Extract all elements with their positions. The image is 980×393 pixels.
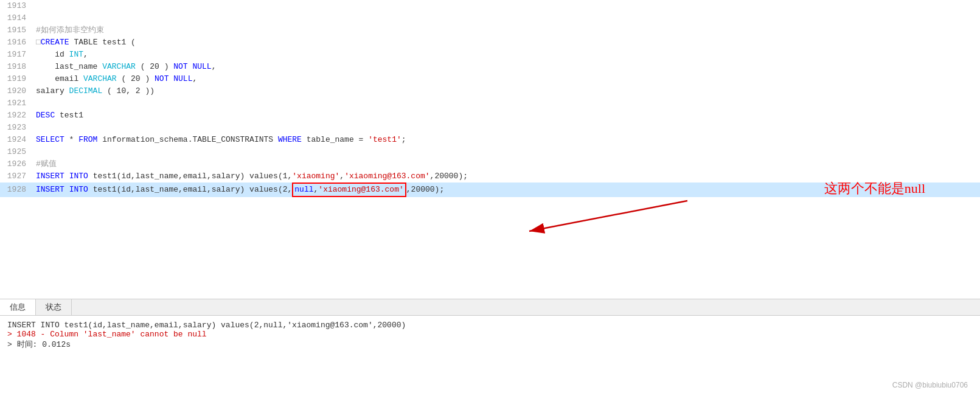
code-line-1926: 1926 #赋值 bbox=[0, 158, 980, 170]
line-num-1924: 1924 bbox=[0, 134, 33, 146]
line-num-1914: 1914 bbox=[0, 12, 33, 24]
line-num-1926: 1926 bbox=[0, 158, 33, 170]
code-line-1916: 1916 □CREATE TABLE test1 ( bbox=[0, 37, 980, 49]
code-line-1913: 1913 bbox=[0, 0, 980, 12]
line-content-1926: #赋值 bbox=[33, 158, 980, 170]
code-line-1919: 1919 email VARCHAR ( 20 ) NOT NULL, bbox=[0, 73, 980, 85]
code-line-1920: 1920 salary DECIMAL ( 10, 2 )) bbox=[0, 85, 980, 97]
line-num-1925: 1925 bbox=[0, 146, 33, 158]
line-num-1913: 1913 bbox=[0, 0, 33, 12]
kw-create: CREATE bbox=[41, 38, 69, 47]
tab-info[interactable]: 信息 bbox=[0, 299, 36, 315]
text-table: TABLE test1 ( bbox=[69, 38, 136, 47]
collapse-icon: □ bbox=[36, 38, 41, 47]
output-line-3: > 时间: 0.012s bbox=[7, 339, 973, 350]
line-content-1916: □CREATE TABLE test1 ( bbox=[33, 37, 980, 49]
code-line-1925: 1925 bbox=[0, 146, 980, 158]
code-line-1924: 1924 SELECT * FROM information_schema.TA… bbox=[0, 134, 980, 146]
watermark: CSDN @biubiubiu0706 bbox=[892, 381, 968, 389]
code-line-1914: 1914 bbox=[0, 12, 980, 24]
line-num-1918: 1918 bbox=[0, 61, 33, 73]
line-num-1922: 1922 bbox=[0, 110, 33, 122]
line-content-1917: id INT, bbox=[33, 49, 980, 61]
code-line-1921: 1921 bbox=[0, 97, 980, 110]
line-num-1915: 1915 bbox=[0, 24, 33, 37]
main-container: 1913 1914 1915 #如何添加非空约束 1916 □CREATE TA… bbox=[0, 0, 980, 393]
red-box-annotation: null,'xiaoming@163.com' bbox=[292, 183, 406, 197]
line-num-1928: 1928 bbox=[0, 184, 33, 196]
line-content-1924: SELECT * FROM information_schema.TABLE_C… bbox=[33, 134, 980, 146]
panel-output: INSERT INTO test1(id,last_name,email,sal… bbox=[0, 316, 980, 393]
code-line-1928: 1928 INSERT INTO test1(id,last_name,emai… bbox=[0, 183, 980, 197]
line-num-1917: 1917 bbox=[0, 49, 33, 61]
line-num-1916: 1916 bbox=[0, 37, 33, 49]
bottom-panel: 信息 状态 INSERT INTO test1(id,last_name,ema… bbox=[0, 299, 980, 393]
line-num-1921: 1921 bbox=[0, 97, 33, 110]
line-content-1919: email VARCHAR ( 20 ) NOT NULL, bbox=[33, 73, 980, 85]
line-content-1922: DESC test1 bbox=[33, 110, 980, 122]
output-line-2: > 1048 - Column 'last_name' cannot be nu… bbox=[7, 330, 973, 339]
code-line-1915: 1915 #如何添加非空约束 bbox=[0, 24, 980, 37]
line-num-1927: 1927 bbox=[0, 170, 33, 183]
tab-status[interactable]: 状态 bbox=[36, 299, 72, 315]
code-lines: 1913 1914 1915 #如何添加非空约束 1916 □CREATE TA… bbox=[0, 0, 980, 299]
code-line-1922: 1922 DESC test1 bbox=[0, 110, 980, 122]
line-num-1920: 1920 bbox=[0, 85, 33, 97]
code-line-1923: 1923 bbox=[0, 122, 980, 134]
line-content-1915: #如何添加非空约束 bbox=[33, 24, 980, 37]
panel-tabs: 信息 状态 bbox=[0, 299, 980, 316]
line-content-1920: salary DECIMAL ( 10, 2 )) bbox=[33, 85, 980, 97]
output-line-1: INSERT INTO test1(id,last_name,email,sal… bbox=[7, 321, 973, 330]
code-line-1917: 1917 id INT, bbox=[0, 49, 980, 61]
code-line-1918: 1918 last_name VARCHAR ( 20 ) NOT NULL, bbox=[0, 61, 980, 73]
code-line-1927: 1927 INSERT INTO test1(id,last_name,emai… bbox=[0, 170, 980, 183]
line-content-1927: INSERT INTO test1(id,last_name,email,sal… bbox=[33, 170, 980, 183]
code-editor: 1913 1914 1915 #如何添加非空约束 1916 □CREATE TA… bbox=[0, 0, 980, 299]
line-num-1923: 1923 bbox=[0, 122, 33, 134]
line-content-1918: last_name VARCHAR ( 20 ) NOT NULL, bbox=[33, 61, 980, 73]
line-num-1919: 1919 bbox=[0, 73, 33, 85]
line-content-1928: INSERT INTO test1(id,last_name,email,sal… bbox=[33, 183, 980, 197]
